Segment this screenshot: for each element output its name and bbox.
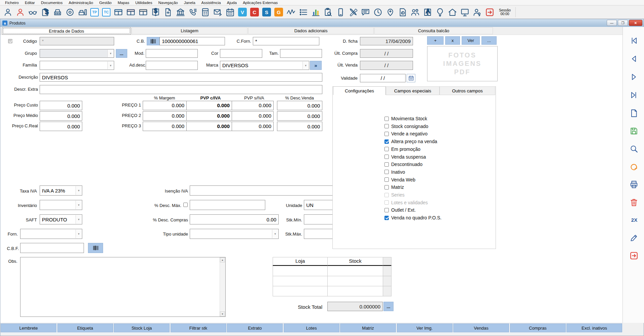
checkbox-em-promocao[interactable] (384, 147, 389, 151)
menu-item-utilidades[interactable]: Utilidades (132, 1, 155, 5)
validade-calendar-button[interactable] (407, 74, 415, 82)
menu-item-ajuda[interactable]: Ajuda (224, 1, 240, 5)
checkbox-matriz[interactable] (384, 185, 389, 190)
stats-wave-icon[interactable] (286, 8, 295, 17)
menu-item-documentos[interactable]: Documentos (38, 1, 66, 5)
clipboard-search-icon[interactable] (324, 8, 333, 17)
config-option-outlet-ext[interactable]: Outlet / Ext. (384, 207, 416, 213)
preco-c-real-input[interactable] (40, 122, 82, 131)
menu-item-administracao[interactable]: Administração (66, 1, 96, 5)
config-option-venda-suspensa[interactable]: Venda suspensa (384, 154, 426, 160)
desc-compras-input[interactable] (190, 214, 279, 224)
v-badge-icon[interactable]: V (238, 8, 247, 16)
mod-input[interactable] (146, 49, 198, 58)
invoice-plus-icon[interactable] (164, 8, 173, 17)
checkbox-vende-a-negativo[interactable] (384, 132, 389, 136)
photo-view-button[interactable]: Ver (462, 36, 480, 45)
preco-2-pvp-s-iva[interactable]: 0.000 (232, 111, 274, 121)
stock-total-more-button[interactable]: ... (383, 302, 394, 311)
bottom-button-excl-inativos[interactable]: Excl. inativos (566, 324, 622, 332)
contacts-group-icon[interactable] (411, 8, 420, 17)
cb-input[interactable] (159, 37, 225, 45)
cforn-input[interactable] (253, 37, 319, 45)
bottom-button-extrato[interactable]: Extrato (227, 324, 283, 332)
config-tab-campos-especiais[interactable]: Campos especiais (386, 86, 440, 95)
menu-item-mapas[interactable]: Mapas (114, 1, 132, 5)
scroll-up-icon[interactable]: ▲ (220, 257, 225, 262)
menu-item-assistencia[interactable]: Assistência (198, 1, 224, 5)
calculator-icon[interactable] (201, 8, 210, 17)
config-option-stock-consignado[interactable]: Stock consignado (384, 124, 428, 129)
restore-button[interactable]: ❐ (618, 20, 628, 26)
next-record-icon[interactable] (630, 73, 638, 81)
preco-1-pvp-c-iva[interactable]: 0.000 (186, 101, 232, 110)
delete-record-icon[interactable] (630, 198, 638, 207)
bottom-button-etiqueta[interactable]: Etiqueta (57, 324, 113, 332)
preco-3-desc-venda-input[interactable] (277, 122, 322, 131)
checkbox-venda-no-quadro-p-o-s[interactable] (384, 216, 389, 220)
clock-icon[interactable] (373, 8, 382, 17)
bottom-button-stock-loja[interactable]: Stock Loja (114, 324, 170, 332)
window-titlebar[interactable]: a Produtos (0, 19, 644, 27)
tab-entrada-de-dados[interactable]: Entrada de Dados (2, 27, 131, 35)
client-blue-icon[interactable] (3, 8, 12, 17)
config-tab-outros-campos[interactable]: Outros campos (440, 86, 495, 95)
preco-2-desc-venda-input[interactable] (277, 111, 322, 121)
grupo-more-button[interactable]: ... (116, 49, 127, 58)
menu-item-navegacao[interactable]: Navegação (155, 1, 181, 5)
checkbox-outlet-ext[interactable] (384, 208, 389, 212)
minimize-button[interactable]: — (607, 20, 617, 26)
phone-contacts-icon[interactable] (188, 8, 197, 17)
list-icon[interactable] (299, 8, 308, 17)
config-option-vende-a-negativo[interactable]: Vende a negativo (384, 131, 427, 136)
config-option-em-promocao[interactable]: Em promoção (384, 146, 420, 152)
close-window-icon[interactable] (630, 251, 638, 260)
validade-input[interactable] (360, 74, 406, 82)
logout-icon[interactable] (485, 8, 494, 17)
preco-3-pvp-c-iva[interactable]: 0.000 (186, 122, 232, 131)
bottom-button-lotes[interactable]: Lotes (284, 324, 339, 332)
messages-icon[interactable] (361, 8, 370, 17)
stock-table-cell[interactable] (273, 286, 328, 296)
bottom-button-ver-img[interactable]: Ver Img. (397, 324, 453, 332)
desc-max-checkbox[interactable] (183, 203, 188, 207)
checkbox-descontinuado[interactable] (384, 162, 389, 167)
config-option-descontinuado[interactable]: Descontinuado (384, 162, 422, 167)
menu-item-gestao[interactable]: Gestão (96, 1, 114, 5)
cor-input[interactable] (220, 49, 262, 58)
marca-select[interactable]: DIVERSOS▾ (220, 61, 309, 70)
stock-table-cell[interactable] (273, 266, 328, 276)
descr-extra-input[interactable] (40, 85, 322, 94)
obs-textarea[interactable]: ▲ ▼ (20, 257, 226, 317)
checkbox-inativo[interactable] (384, 170, 389, 174)
marca-more-button[interactable]: » (310, 61, 322, 70)
tam-input[interactable] (280, 49, 322, 58)
table-blue-icon[interactable] (114, 8, 123, 17)
tipo-unidade-select[interactable]: ▾ (190, 229, 279, 239)
accounting-book-icon[interactable] (151, 8, 160, 17)
user-key-icon[interactable] (473, 8, 482, 17)
duplicate-2x-icon[interactable]: 2X (629, 217, 640, 223)
tools-icon[interactable] (349, 8, 358, 17)
scroll-down-icon[interactable]: ▼ (220, 311, 225, 317)
send-email-icon[interactable] (213, 8, 222, 17)
tp-doc-icon[interactable]: TP (90, 8, 99, 16)
tab-listagem[interactable]: Listagem (132, 27, 247, 34)
search-record-icon[interactable] (630, 144, 638, 153)
bottom-button-vendas[interactable]: Vendas (453, 324, 509, 332)
bottom-button-matriz[interactable]: Matriz (340, 324, 396, 332)
photo-more-button[interactable]: ... (481, 36, 497, 45)
previous-record-icon[interactable] (630, 54, 638, 63)
client-red-icon[interactable] (16, 8, 25, 17)
descricao-input[interactable] (40, 73, 322, 82)
table-orange-icon[interactable] (139, 8, 148, 17)
ad-desc-input[interactable] (146, 61, 198, 70)
photo-delete-button[interactable]: x (445, 36, 460, 45)
preco-1-desc-venda-input[interactable] (277, 101, 322, 110)
config-option-altera-preco-na-venda[interactable]: Altera preço na venda (384, 139, 437, 144)
config-option-inativo[interactable]: Inativo (384, 169, 405, 175)
bar-chart-icon[interactable] (311, 8, 320, 17)
stock-table-cell[interactable] (327, 276, 383, 286)
mobile-icon[interactable] (336, 8, 345, 17)
first-record-icon[interactable] (630, 36, 638, 45)
